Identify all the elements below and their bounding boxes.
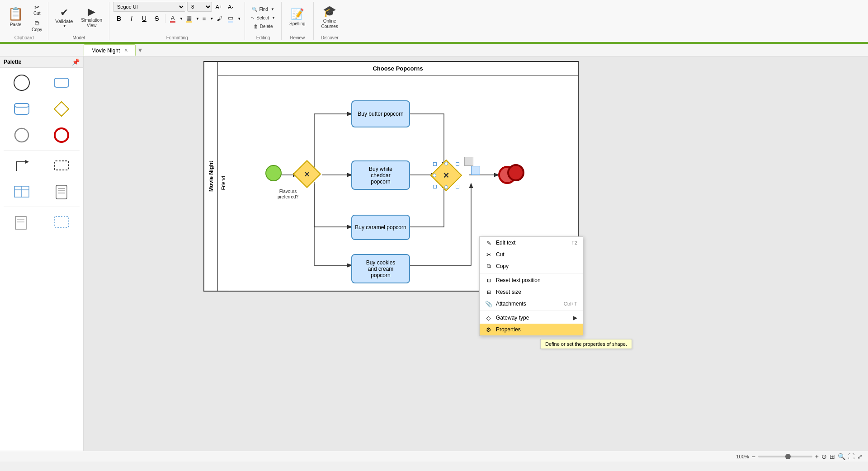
gateway-extra-handle	[464, 157, 473, 166]
font-color-button[interactable]: A	[168, 13, 178, 24]
task-white-cheddar[interactable]: Buy whitecheddarpopcorn	[351, 160, 410, 190]
discover-group-title: Discover	[321, 33, 339, 40]
strikethrough-button[interactable]: S	[151, 14, 163, 24]
ctx-cut[interactable]: ✂ Cut	[480, 249, 583, 260]
palette-diamond[interactable]	[43, 98, 80, 120]
font-shrink-button[interactable]: A-	[226, 2, 236, 12]
zoom-expand-button[interactable]: ⤢	[857, 453, 863, 460]
spelling-button[interactable]: 📝 Spelling	[285, 2, 310, 33]
tab-close-button[interactable]: ×	[124, 47, 128, 54]
palette-circle-bold[interactable]	[43, 124, 80, 146]
palette-table[interactable]	[4, 180, 40, 203]
palette-dashed-rounded[interactable]	[43, 211, 80, 233]
ctx-reset-size[interactable]: ⊞ Reset size	[480, 286, 583, 298]
palette-divider-1	[4, 150, 80, 151]
zoom-minus-button[interactable]: −	[752, 453, 755, 460]
font-size-select[interactable]: 8	[187, 2, 212, 12]
palette-ellipse[interactable]	[4, 71, 40, 94]
reset-size-icon: ⊞	[485, 288, 492, 296]
align-arrow[interactable]: ▼	[210, 17, 213, 21]
palette-pin-button[interactable]: 📌	[72, 58, 80, 66]
font-family-select[interactable]: Segoe UI	[113, 2, 185, 12]
ctx-gateway-type[interactable]: ◇ Gateway type ▶	[480, 312, 583, 324]
task-cookies-cream[interactable]: Buy cookiesand creampopcorn	[351, 254, 410, 283]
paste-label: Paste	[10, 22, 22, 28]
palette-panel: Palette 📌	[0, 57, 84, 451]
svg-rect-2	[14, 104, 29, 114]
align-button[interactable]: ≡	[200, 14, 208, 24]
zoom-fullscreen-button[interactable]: ⛶	[848, 453, 854, 460]
edit-text-icon: ✎	[485, 239, 492, 246]
palette-dashed-rect[interactable]	[43, 154, 80, 177]
conn-left[interactable]	[433, 174, 436, 177]
ctx-edit-text[interactable]: ✎ Edit text F2	[480, 237, 583, 249]
highlight-arrow[interactable]: ▼	[196, 17, 199, 21]
zoom-search-button[interactable]: 🔍	[838, 453, 845, 460]
fill-color-button[interactable]: ▭	[226, 13, 236, 24]
find-button[interactable]: 🔍 Find ▼	[249, 5, 278, 13]
tab-expand-button[interactable]: ▾	[138, 46, 142, 54]
ribbon-group-editing: 🔍 Find ▼ ↖ Select ▼ 🗑 Delete Editing	[245, 2, 282, 40]
delete-button[interactable]: 🗑 Delete	[249, 23, 278, 30]
font-grow-button[interactable]: A+	[214, 2, 224, 12]
palette-rounded-rect[interactable]	[43, 71, 80, 94]
ctx-properties[interactable]: ⚙ Properties	[480, 324, 583, 335]
select-button[interactable]: ↖ Select ▼	[249, 14, 278, 22]
palette-corner-arrow[interactable]	[4, 154, 40, 177]
cut-button[interactable]: ✂ Cut	[29, 2, 44, 17]
zoom-thumb[interactable]	[785, 454, 791, 459]
font-color-arrow[interactable]: ▼	[179, 17, 183, 21]
underline-button[interactable]: U	[138, 14, 150, 24]
highlight-button[interactable]: ▦	[184, 13, 194, 24]
dashed-rounded-shape	[52, 213, 71, 231]
copy-button[interactable]: ⧉ Copy	[29, 18, 44, 33]
select-icon: ↖	[251, 15, 255, 20]
palette-note[interactable]	[4, 211, 40, 233]
palette-header: Palette 📌	[0, 57, 83, 68]
note-shape	[13, 213, 31, 231]
svg-rect-16	[15, 217, 26, 229]
fill-color-arrow[interactable]: ▼	[237, 17, 241, 21]
task-caramel[interactable]: Buy caramel popcorn	[351, 215, 410, 240]
main-area: Palette 📌	[0, 57, 868, 451]
validate-button[interactable]: ✔ Validate ▼	[52, 2, 76, 33]
ctx-attachments[interactable]: 📎 Attachments Ctrl+T	[480, 298, 583, 310]
conn-top[interactable]	[444, 162, 448, 165]
status-bar: 100% − + ⊙ ⊞ 🔍 ⛶ ⤢	[0, 451, 868, 462]
zoom-plus-button[interactable]: +	[815, 453, 819, 460]
lane-label-friend: Friend	[218, 75, 229, 291]
paint-button[interactable]: 🖌	[214, 14, 225, 24]
editing-group-title: Editing	[256, 33, 270, 40]
palette-scroll[interactable]	[43, 180, 80, 203]
svg-marker-7	[25, 160, 29, 164]
formatting-group-title: Formatting	[166, 33, 188, 40]
bold-button[interactable]: B	[113, 14, 125, 24]
attachments-icon: 📎	[485, 300, 492, 307]
ctx-reset-text[interactable]: ⊡ Reset text position	[480, 274, 583, 286]
ribbon-group-review: 📝 Spelling Review	[282, 2, 314, 40]
online-courses-button[interactable]: 🎓 OnlineCourses	[317, 2, 342, 33]
start-event[interactable]	[265, 165, 282, 181]
palette-embedded[interactable]	[4, 98, 40, 120]
tab-movie-night[interactable]: Movie Night ×	[84, 44, 136, 56]
ellipse-shape	[13, 74, 31, 92]
conn-bottom[interactable]	[444, 185, 448, 189]
gateway-1[interactable]: ×	[297, 164, 317, 184]
italic-button[interactable]: I	[126, 14, 137, 24]
task-butter[interactable]: Buy butter popcorn	[351, 100, 410, 127]
zoom-fit-button[interactable]: ⊙	[821, 453, 827, 460]
gateway-2[interactable]: ×	[435, 164, 458, 187]
paste-button[interactable]: 📋 Paste	[4, 2, 28, 33]
zoom-label: 100%	[736, 454, 749, 459]
zoom-slider[interactable]	[758, 456, 812, 457]
zoom-page-button[interactable]: ⊞	[830, 453, 835, 460]
svg-rect-1	[54, 78, 69, 87]
simulation-view-button[interactable]: ▶ SimulationView	[78, 2, 105, 33]
zoom-control: 100% − + ⊙ ⊞ 🔍 ⛶ ⤢	[736, 453, 863, 460]
reset-text-icon: ⊡	[485, 277, 492, 284]
canvas[interactable]: Choose Popcorns Movie Night Friend	[84, 57, 868, 451]
palette-circle-outline[interactable]	[4, 124, 40, 146]
ctx-copy[interactable]: ⧉ Copy	[480, 260, 583, 272]
ribbon: 📋 Paste ✂ Cut ⧉ Copy Clipboard	[0, 0, 868, 44]
cut-icon: ✂	[34, 4, 40, 11]
